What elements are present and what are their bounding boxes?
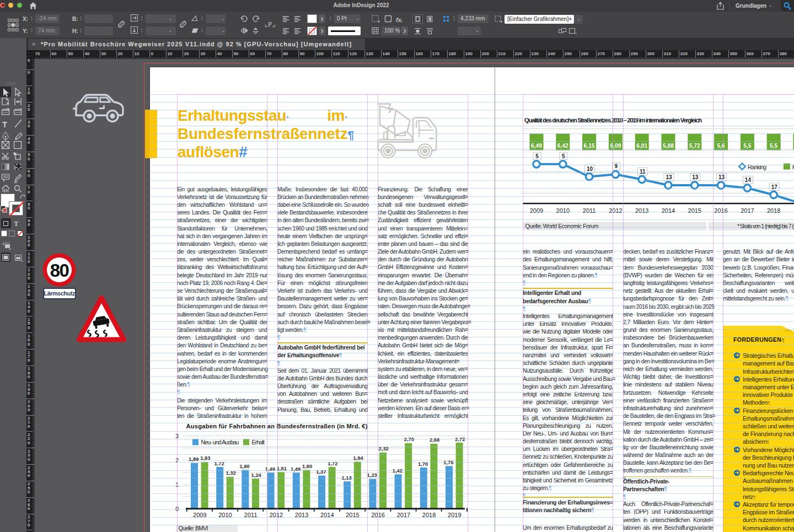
svg-text:Quelle: BMVI: Quelle: BMVI (179, 525, 208, 531)
svg-text:2011: 2011 (583, 207, 596, 214)
svg-text:2018: 2018 (422, 512, 436, 518)
svg-text:2014: 2014 (662, 207, 675, 214)
svg-text:9: 9 (615, 163, 618, 169)
svg-text:5,6: 5,6 (717, 143, 725, 149)
svg-text:Qualität des deutschen Straßen: Qualität des deutschen Straßennetzes 201… (524, 117, 702, 123)
svg-text:6,15: 6,15 (584, 143, 595, 149)
svg-text:2012: 2012 (609, 207, 622, 214)
svg-text:2013: 2013 (295, 512, 308, 518)
svg-text:14: 14 (745, 177, 752, 183)
svg-text:Erhalt: Erhalt (252, 439, 265, 445)
svg-text:2009: 2009 (193, 512, 206, 518)
svg-text:2015: 2015 (688, 207, 701, 214)
svg-text:* Skala von 1 (niedrig) bis 7: * Skala von 1 (niedrig) bis 7 (s (737, 223, 794, 229)
svg-text:6,09: 6,09 (610, 143, 621, 149)
svg-text:11: 11 (640, 169, 646, 175)
svg-text:10: 10 (587, 166, 593, 172)
svg-text:2,68: 2,68 (430, 437, 439, 443)
svg-text:2018: 2018 (767, 207, 780, 214)
svg-text:5,88: 5,88 (663, 143, 674, 149)
svg-text:2017: 2017 (741, 207, 754, 214)
svg-text:1,60: 1,60 (240, 463, 250, 469)
svg-text:5: 5 (562, 153, 565, 159)
svg-text:2014: 2014 (320, 512, 334, 518)
svg-text:Quelle: World Economic Forum: Quelle: World Economic Forum (525, 223, 599, 229)
svg-text:2,72: 2,72 (455, 436, 465, 442)
svg-text:1,70: 1,70 (418, 461, 428, 467)
svg-text:1,72: 1,72 (214, 460, 224, 466)
svg-text:80: 80 (50, 260, 69, 281)
svg-text:1,13: 1,13 (341, 475, 351, 481)
svg-text:1,76: 1,76 (443, 459, 453, 465)
svg-text:13: 13 (692, 174, 699, 180)
svg-text:1,60: 1,60 (302, 463, 312, 469)
svg-text:2012: 2012 (270, 512, 283, 518)
svg-text:1,23: 1,23 (367, 472, 377, 478)
svg-text:1,49: 1,49 (291, 466, 301, 472)
svg-text:2,70: 2,70 (404, 436, 414, 442)
svg-text:13: 13 (718, 174, 725, 180)
svg-text:T: T (2, 120, 7, 129)
svg-text:2011: 2011 (244, 512, 257, 518)
svg-text:5,5: 5,5 (743, 143, 752, 149)
svg-text:2016: 2016 (714, 207, 727, 214)
svg-text:6,42: 6,42 (557, 143, 568, 149)
svg-text:2,32: 2,32 (379, 445, 389, 452)
svg-text:13: 13 (666, 174, 672, 180)
svg-text:Neu- und Ausbau: Neu- und Ausbau (201, 439, 239, 445)
svg-text:1,32: 1,32 (226, 470, 235, 476)
svg-text:2009: 2009 (530, 207, 543, 214)
svg-text:5,5: 5,5 (770, 143, 778, 149)
svg-text:1,24: 1,24 (251, 472, 262, 478)
svg-text:2019: 2019 (448, 512, 461, 518)
svg-text:1,51: 1,51 (277, 465, 287, 471)
svg-text:2010: 2010 (556, 207, 570, 214)
svg-text:1,93: 1,93 (200, 455, 210, 461)
svg-text:1,94: 1,94 (353, 455, 363, 461)
svg-text:1,72: 1,72 (328, 460, 337, 466)
svg-text:2015: 2015 (346, 512, 359, 518)
svg-text:5: 5 (535, 153, 539, 159)
svg-text:2010: 2010 (218, 512, 232, 518)
svg-text:5,72: 5,72 (689, 143, 700, 149)
svg-text:17: 17 (771, 184, 778, 190)
svg-text:1,89: 1,89 (189, 456, 198, 462)
svg-text:2017: 2017 (397, 512, 410, 518)
svg-text:6,01: 6,01 (636, 143, 647, 149)
svg-text:1,42: 1,42 (393, 467, 403, 474)
svg-text:1,37: 1,37 (316, 469, 326, 475)
svg-text:Ranking: Ranking (748, 164, 766, 170)
svg-text:2013: 2013 (635, 207, 648, 214)
svg-text:6,49: 6,49 (531, 143, 542, 149)
